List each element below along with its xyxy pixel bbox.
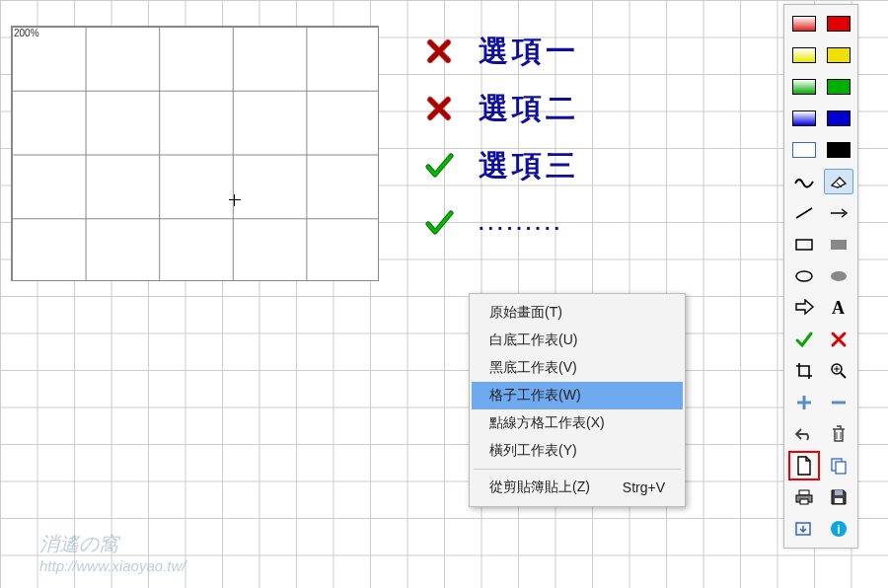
option-row: ......... xyxy=(419,203,579,243)
ellipse-filled-tool[interactable] xyxy=(824,263,853,289)
menu-item-grid[interactable]: 格子工作表(W) xyxy=(472,382,683,409)
swatch-yellow[interactable] xyxy=(824,42,853,68)
svg-rect-3 xyxy=(831,240,847,250)
check-icon xyxy=(419,151,459,181)
watermark-url: http://www.xiaoyao.tw/ xyxy=(39,557,185,574)
menu-label: 格子工作表(W) xyxy=(489,387,581,404)
menu-separator xyxy=(474,469,681,470)
menu-item-black[interactable]: 黑底工作表(V) xyxy=(472,354,683,382)
print-tool[interactable] xyxy=(789,484,819,510)
menu-item-white[interactable]: 白底工作表(U) xyxy=(472,327,683,354)
cross-icon xyxy=(419,96,459,121)
svg-line-7 xyxy=(841,373,846,378)
option-row: 選項三 xyxy=(419,146,579,185)
menu-label: 從剪貼簿貼上(Z) xyxy=(489,478,590,496)
watermark: 消遙の窩 http://www.xiaoyao.tw/ xyxy=(39,531,185,574)
svg-point-4 xyxy=(796,271,812,281)
menu-label: 橫列工作表(Y) xyxy=(489,442,577,460)
menu-label: 原始畫面(T) xyxy=(489,304,562,322)
swatch-grad-yellow[interactable] xyxy=(789,42,819,68)
cross-stamp-tool[interactable] xyxy=(824,327,853,352)
trash-tool[interactable] xyxy=(824,421,853,447)
option-label: 選項一 xyxy=(479,32,579,72)
menu-item-original[interactable]: 原始畫面(T) xyxy=(472,299,683,327)
menu-label: 黑底工作表(V) xyxy=(489,359,577,377)
option-row: 選項一 xyxy=(419,32,579,71)
ellipse-outline-tool[interactable] xyxy=(789,263,819,289)
watermark-title: 消遙の窩 xyxy=(39,531,185,557)
big-arrow-tool[interactable] xyxy=(789,295,819,321)
menu-label: 白底工作表(U) xyxy=(489,331,577,349)
remove-tool[interactable] xyxy=(824,390,853,415)
menu-label: 點線方格工作表(X) xyxy=(489,414,605,432)
swatch-blue[interactable] xyxy=(824,106,853,131)
svg-rect-17 xyxy=(835,498,843,503)
swatch-red[interactable] xyxy=(824,11,853,37)
rect-filled-tool[interactable] xyxy=(824,232,853,257)
tool-palette: A i xyxy=(783,4,858,549)
undo-tool[interactable] xyxy=(789,421,819,447)
swatch-grad-red[interactable] xyxy=(789,11,819,37)
svg-rect-2 xyxy=(796,240,812,250)
crop-tool[interactable] xyxy=(789,358,819,384)
text-tool[interactable]: A xyxy=(824,295,853,321)
check-stamp-tool[interactable] xyxy=(789,327,819,352)
svg-rect-16 xyxy=(800,499,808,504)
menu-item-paste[interactable]: 從剪貼簿貼上(Z) Strg+V xyxy=(472,474,683,501)
menu-item-dotgrid[interactable]: 點線方格工作表(X) xyxy=(472,409,683,437)
copy-tool[interactable] xyxy=(824,453,853,478)
menu-item-lined[interactable]: 橫列工作表(Y) xyxy=(472,437,683,465)
swatch-grad-green[interactable] xyxy=(789,74,819,100)
option-label: ......... xyxy=(479,212,563,235)
add-tool[interactable] xyxy=(789,390,819,415)
rect-outline-tool[interactable] xyxy=(789,232,819,257)
menu-shortcut: Strg+V xyxy=(623,479,665,495)
cross-icon xyxy=(419,38,459,64)
swatch-grad-blue[interactable] xyxy=(789,106,819,131)
svg-text:i: i xyxy=(837,522,841,537)
zoom-level: 200% xyxy=(14,28,39,38)
info-tool[interactable]: i xyxy=(824,516,853,542)
swatch-green[interactable] xyxy=(824,74,853,100)
svg-rect-13 xyxy=(836,462,846,474)
crosshair-cursor xyxy=(229,194,241,206)
context-menu: 原始畫面(T) 白底工作表(U) 黑底工作表(V) 格子工作表(W) 點線方格工… xyxy=(469,293,686,507)
svg-rect-18 xyxy=(835,490,843,495)
swatch-white[interactable] xyxy=(789,137,819,163)
save-tool[interactable] xyxy=(824,484,853,510)
new-document-tool[interactable] xyxy=(788,451,820,480)
option-row: 選項二 xyxy=(419,89,579,128)
freehand-tool[interactable] xyxy=(789,169,819,194)
option-label: 選項三 xyxy=(479,146,579,186)
option-label: 選項二 xyxy=(479,89,579,129)
export-tool[interactable] xyxy=(789,516,819,542)
zoom-in-tool[interactable] xyxy=(824,358,853,384)
swatch-black[interactable] xyxy=(824,137,853,163)
check-icon xyxy=(419,208,459,238)
options-list: 選項一 選項二 選項三 ......... xyxy=(419,32,579,260)
svg-point-5 xyxy=(831,271,847,281)
eraser-tool[interactable] xyxy=(824,169,853,194)
svg-rect-14 xyxy=(799,490,809,495)
arrow-tool[interactable] xyxy=(824,200,853,226)
worksheet-frame[interactable]: 200% xyxy=(11,26,379,281)
line-tool[interactable] xyxy=(789,200,819,226)
svg-line-0 xyxy=(796,208,812,218)
